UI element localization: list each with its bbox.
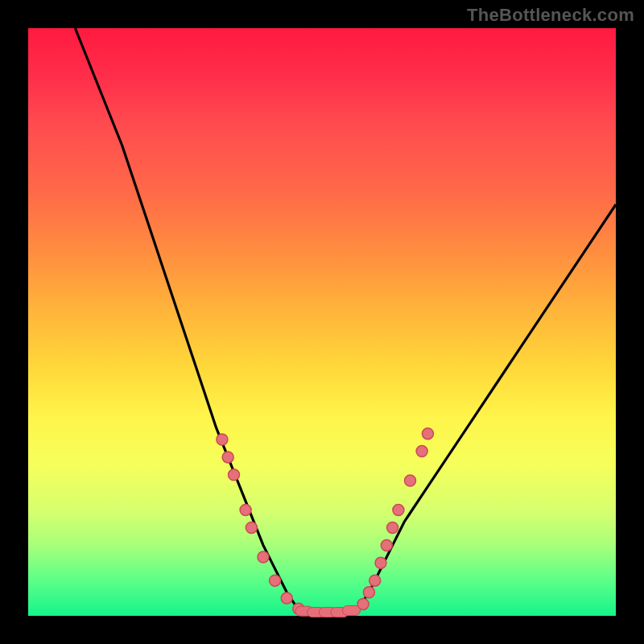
data-marker (422, 428, 433, 440)
chart-svg (28, 28, 616, 616)
data-marker (387, 522, 398, 534)
watermark-text: TheBottleneck.com (467, 5, 634, 26)
chart-stage: TheBottleneck.com (0, 0, 644, 644)
data-marker (375, 557, 386, 568)
data-marker (416, 446, 427, 457)
data-marker (270, 575, 281, 586)
data-marker (222, 452, 233, 463)
curve-right (357, 204, 616, 610)
data-marker (363, 587, 374, 598)
marker-group (217, 428, 434, 617)
data-marker (240, 505, 251, 516)
data-marker (246, 522, 257, 534)
data-marker (369, 575, 381, 586)
data-marker (281, 592, 292, 604)
data-marker (343, 605, 361, 615)
data-marker (258, 551, 269, 563)
curve-left (75, 28, 298, 610)
plot-area (28, 28, 616, 616)
data-marker (381, 539, 392, 551)
data-marker (229, 469, 240, 481)
curve-group (75, 28, 616, 613)
data-marker (217, 434, 228, 445)
data-marker (393, 505, 404, 516)
data-marker (405, 475, 416, 486)
